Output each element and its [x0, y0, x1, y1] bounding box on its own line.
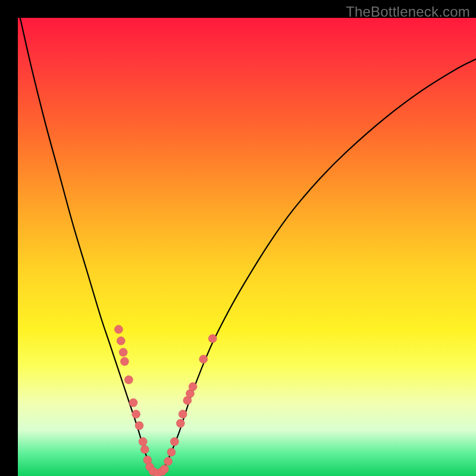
watermark-text: TheBottleneck.com	[346, 4, 470, 20]
data-marker	[178, 410, 187, 418]
data-marker	[189, 383, 197, 391]
data-marker	[167, 448, 176, 456]
data-markers	[114, 325, 217, 476]
plot-area	[18, 18, 476, 476]
bottleneck-curve	[20, 18, 476, 474]
data-marker	[160, 465, 168, 473]
data-marker	[208, 334, 217, 343]
data-marker	[164, 457, 173, 465]
chart-svg	[18, 18, 476, 476]
chart-frame: TheBottleneck.com	[0, 0, 476, 476]
data-marker	[170, 437, 178, 446]
data-marker	[114, 325, 123, 334]
data-marker	[117, 337, 125, 345]
data-marker	[124, 375, 133, 384]
data-marker	[132, 410, 140, 418]
data-marker	[135, 421, 143, 430]
data-marker	[139, 437, 147, 446]
data-marker	[129, 399, 137, 407]
data-marker	[120, 358, 129, 366]
data-marker	[199, 355, 208, 364]
data-marker	[119, 348, 127, 356]
data-marker	[176, 419, 184, 427]
data-marker	[140, 445, 149, 453]
